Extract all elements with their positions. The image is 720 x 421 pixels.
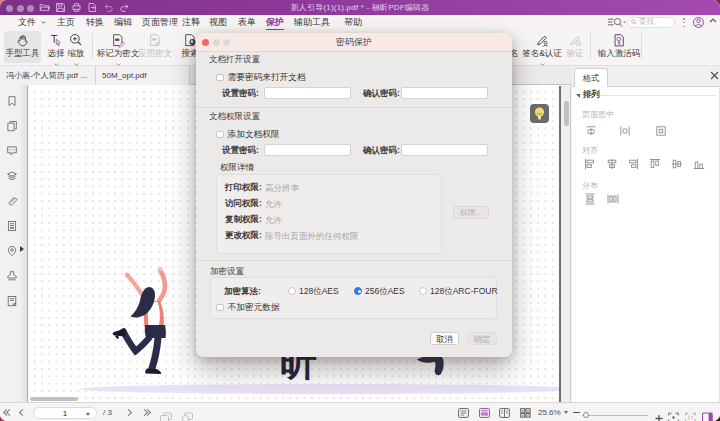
no-encrypt-metadata-checkbox[interactable] xyxy=(216,304,224,312)
confirm-password-input-1[interactable] xyxy=(401,87,488,99)
page-dropdown-caret[interactable] xyxy=(86,413,90,416)
sidebar-stamps-icon[interactable] xyxy=(6,270,18,282)
menu-tab-label: 转换 xyxy=(86,17,104,27)
account-icon[interactable] xyxy=(692,16,705,29)
password-protection-dialog: 密码保护 文档打开设置 需要密码来打开文档 设置密码: 确认密码: 文档权限设置… xyxy=(196,33,512,357)
menu-tab-home[interactable]: 主页 xyxy=(57,15,75,30)
horizontal-scrollbar-thumb[interactable] xyxy=(30,397,78,401)
toolbar-hand-tool-button[interactable]: 手型工具 xyxy=(4,31,41,63)
sidebar-comments-icon[interactable] xyxy=(6,145,18,157)
collapse-toolbar-icon[interactable] xyxy=(709,18,717,23)
tips-lightbulb-button[interactable] xyxy=(530,104,549,123)
set-password-input-1[interactable] xyxy=(264,87,351,99)
toolbar-activation-code-button[interactable]: 输入激活码 xyxy=(594,31,644,63)
page-number-value: 1 xyxy=(63,409,67,418)
set-password-label-2: 设置密码: xyxy=(222,145,259,157)
view-mode-two-page-icon[interactable] xyxy=(499,408,510,418)
zoom-out-button[interactable] xyxy=(573,403,580,421)
distribute-v-icon[interactable] xyxy=(584,193,596,205)
require-password-checkbox[interactable] xyxy=(216,74,224,82)
collapse-triangle-icon xyxy=(576,94,580,98)
menu-tab-page-management[interactable]: 页面管理 xyxy=(142,15,178,30)
zoom-slider-knob[interactable] xyxy=(583,412,589,418)
menu-tab-help[interactable]: 帮助 xyxy=(344,15,362,30)
vertical-scrollbar-track[interactable] xyxy=(561,86,571,402)
zoom-dropdown-caret[interactable] xyxy=(564,411,568,414)
apply-redact-icon xyxy=(147,33,163,48)
add-permission-checkbox[interactable] xyxy=(216,131,224,139)
center-page-v-icon[interactable] xyxy=(619,125,631,137)
previous-page-button[interactable] xyxy=(20,403,25,421)
radio-aes-2[interactable] xyxy=(419,287,427,295)
page-number-input[interactable]: 1 xyxy=(33,407,97,419)
previous-view-icon[interactable] xyxy=(160,408,172,421)
center-page-both-icon[interactable] xyxy=(655,125,667,137)
sidebar-articles-icon[interactable] xyxy=(6,220,18,232)
more-options-icon[interactable] xyxy=(683,18,685,27)
menu-tab-comment[interactable]: 注释 xyxy=(182,15,200,30)
menu-tab-label: 注释 xyxy=(182,17,200,27)
align-bottom-icon[interactable] xyxy=(693,158,705,170)
file-tab-label: 冯小惠-个人简历.pdf ... xyxy=(6,71,87,80)
file-tab-1[interactable]: 50M_opt.pdf xyxy=(96,66,190,85)
ok-button[interactable]: 确定 xyxy=(467,332,497,345)
menu-tab-form[interactable]: 表单 xyxy=(238,15,256,30)
sidebar-page-thumbnails-icon[interactable] xyxy=(6,120,18,132)
next-view-icon[interactable] xyxy=(181,408,193,421)
view-mode-single-page-continuous-icon[interactable] xyxy=(479,408,490,418)
align-top-icon[interactable] xyxy=(649,158,661,170)
sidebar-destinations-icon[interactable] xyxy=(6,245,18,257)
format-panel-body: 排列 页面居中对齐分布 xyxy=(572,87,720,402)
first-page-button[interactable] xyxy=(4,403,12,421)
align-center-v-icon[interactable] xyxy=(671,158,683,170)
set-password-input-2[interactable] xyxy=(264,144,351,156)
toolbar-verify-button[interactable]: 验证 xyxy=(560,31,590,63)
panel-close-icon[interactable] xyxy=(710,71,719,80)
fit-page-icon[interactable] xyxy=(668,408,679,421)
dialog-titlebar: 密码保护 xyxy=(196,33,512,52)
center-page-h-icon[interactable] xyxy=(585,125,597,137)
menu-tab-view[interactable]: 视图 xyxy=(209,15,227,30)
section-divider xyxy=(196,107,512,108)
distribute-h-icon[interactable] xyxy=(607,193,619,205)
tab-format[interactable]: 格式 xyxy=(574,68,608,87)
zoom-in-button[interactable] xyxy=(655,409,663,421)
find-tool-icon[interactable] xyxy=(607,17,626,28)
next-page-button[interactable] xyxy=(126,403,131,421)
radio-aes-1[interactable] xyxy=(354,287,362,295)
radio-aes-0[interactable] xyxy=(288,287,296,295)
find-search-box[interactable]: 查找 xyxy=(627,17,675,29)
toolbar-sign-auth-button[interactable]: 签名&认证 xyxy=(518,31,566,63)
sidebar-sign-fields-icon[interactable] xyxy=(6,295,18,307)
perm-settings-title: 文档权限设置 xyxy=(209,111,260,123)
zoom-percent[interactable]: 25.6% xyxy=(538,403,568,421)
vertical-scrollbar-thumb[interactable] xyxy=(564,101,569,126)
toolbar-zoom-tool-button[interactable]: 缩放 xyxy=(61,31,91,63)
sidebar-bookmark-icon[interactable] xyxy=(6,95,18,107)
file-tab-0[interactable]: 冯小惠-个人简历.pdf ... xyxy=(0,66,96,85)
menu-tab-accessibility[interactable]: 辅助工具 xyxy=(294,15,330,30)
view-mode-single-page-icon[interactable] xyxy=(458,408,469,418)
arrange-section-header[interactable]: 排列 xyxy=(576,89,600,101)
panel-toggle-icon[interactable] xyxy=(702,408,713,421)
sidebar-expander-icon[interactable] xyxy=(20,246,24,252)
last-page-button[interactable] xyxy=(142,403,150,421)
permission-button[interactable]: 权限... xyxy=(453,206,489,219)
sidebar-attachments-icon[interactable] xyxy=(6,195,18,207)
toolbar-separator xyxy=(92,33,93,59)
sidebar-layers-icon[interactable] xyxy=(6,170,18,182)
illustration-jumping-woman xyxy=(108,258,192,380)
menu-tab-edit[interactable]: 编辑 xyxy=(114,15,132,30)
zoom-slider-track[interactable] xyxy=(582,415,648,416)
align-left-icon[interactable] xyxy=(584,158,596,170)
cancel-button[interactable]: 取消 xyxy=(430,332,459,345)
view-mode-two-page-continuous-icon[interactable] xyxy=(520,408,531,418)
menu-tab-protect[interactable]: 保护 xyxy=(266,15,284,30)
menu-tab-convert[interactable]: 转换 xyxy=(86,15,104,30)
align-right-icon[interactable] xyxy=(627,158,639,170)
fullscreen-icon[interactable] xyxy=(685,408,696,421)
confirm-password-input-2[interactable] xyxy=(401,144,488,156)
menu-tab-file[interactable]: 文件 xyxy=(18,15,36,30)
align-center-h-icon[interactable] xyxy=(606,158,618,170)
menu-tab-label: 帮助 xyxy=(344,17,362,27)
